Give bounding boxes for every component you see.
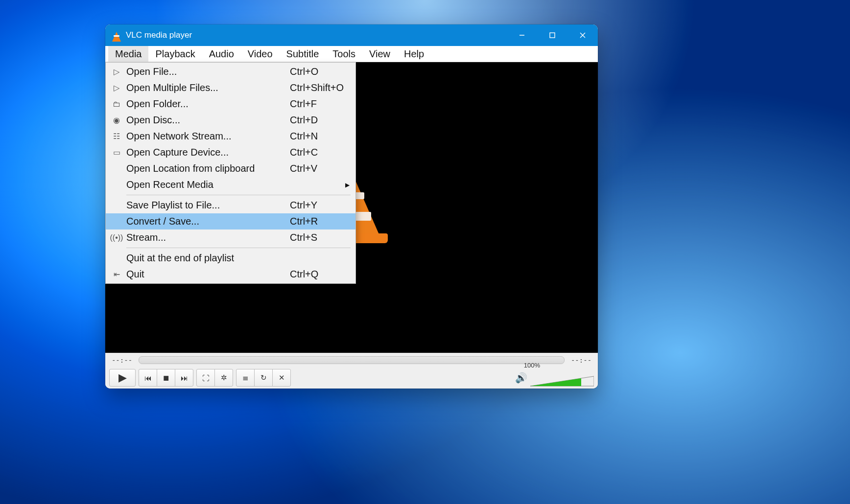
stop-button[interactable]: ◼ xyxy=(157,369,175,387)
stream-icon: ((•)) xyxy=(110,233,123,242)
menu-item[interactable]: Quit at the end of playlist xyxy=(106,250,355,266)
menu-audio[interactable]: Audio xyxy=(202,46,241,62)
next-button[interactable]: ⏭ xyxy=(175,369,193,387)
menu-item-label: Open Disc... xyxy=(123,115,280,126)
menu-item[interactable]: Open Recent Media▶ xyxy=(106,177,355,193)
menu-item-shortcut: Ctrl+Shift+O xyxy=(280,82,349,93)
playlist-group: ≣ ↻ ✕ xyxy=(236,369,291,387)
menu-item-shortcut: Ctrl+F xyxy=(280,98,349,110)
titlebar[interactable]: VLC media player xyxy=(105,24,598,46)
minimize-icon xyxy=(519,32,525,39)
close-icon xyxy=(579,32,586,39)
menu-item-label: Open Capture Device... xyxy=(123,147,280,158)
menu-item-label: Open File... xyxy=(123,66,280,77)
media-dropdown: ▷Open File...Ctrl+O▷Open Multiple Files.… xyxy=(105,62,356,284)
menu-item-shortcut: Ctrl+D xyxy=(280,115,349,126)
menu-view[interactable]: View xyxy=(362,46,397,62)
menu-playback[interactable]: Playback xyxy=(148,46,202,62)
capture-icon: ▭ xyxy=(110,148,123,157)
menu-item-label: Open Network Stream... xyxy=(123,131,280,142)
menu-item[interactable]: Open Location from clipboardCtrl+V xyxy=(106,160,355,177)
transport-group: ⏮ ◼ ⏭ xyxy=(139,369,193,387)
menu-item[interactable]: Save Playlist to File...Ctrl+Y xyxy=(106,197,355,213)
menu-item-shortcut: Ctrl+S xyxy=(280,232,349,243)
menu-item[interactable]: Convert / Save...Ctrl+R xyxy=(106,213,355,229)
control-bar: --:-- --:-- ▶ ⏮ ◼ ⏭ ⛶ ✲ ≣ ↻ ✕ 🔊 100% xyxy=(105,353,598,389)
play-button[interactable]: ▶ xyxy=(109,369,136,387)
elapsed-time[interactable]: --:-- xyxy=(109,356,135,364)
previous-button[interactable]: ⏮ xyxy=(139,369,157,387)
menu-item[interactable]: 🗀Open Folder...Ctrl+F xyxy=(106,96,355,112)
menu-item[interactable]: ◉Open Disc...Ctrl+D xyxy=(106,112,355,128)
menu-item-label: Convert / Save... xyxy=(123,216,280,227)
menu-subtitle[interactable]: Subtitle xyxy=(280,46,326,62)
view-group: ⛶ ✲ xyxy=(196,369,233,387)
playlist-button[interactable]: ≣ xyxy=(236,369,255,387)
vlc-window: VLC media player Media Playback Audio Vi… xyxy=(105,24,598,389)
menu-item[interactable]: ▭Open Capture Device...Ctrl+C xyxy=(106,144,355,160)
menu-item[interactable]: ☷Open Network Stream...Ctrl+N xyxy=(106,128,355,144)
menu-tools[interactable]: Tools xyxy=(326,46,362,62)
ext-settings-button[interactable]: ✲ xyxy=(214,369,233,387)
menu-item-label: Quit at the end of playlist xyxy=(123,252,280,264)
disc-icon: ◉ xyxy=(110,115,123,125)
fullscreen-button[interactable]: ⛶ xyxy=(196,369,215,387)
menu-item-shortcut: Ctrl+V xyxy=(280,163,349,174)
menu-item[interactable]: ⇤QuitCtrl+Q xyxy=(106,266,355,282)
menu-item[interactable]: ▷Open File...Ctrl+O xyxy=(106,64,355,80)
volume-percent-label: 100% xyxy=(524,362,540,369)
maximize-button[interactable] xyxy=(537,24,567,46)
menu-help[interactable]: Help xyxy=(397,46,431,62)
network-icon: ☷ xyxy=(110,132,123,141)
menu-media[interactable]: Media xyxy=(108,46,148,62)
submenu-arrow-icon: ▶ xyxy=(345,182,350,188)
folder-icon: 🗀 xyxy=(110,100,123,109)
close-button[interactable] xyxy=(567,24,598,46)
menu-item-shortcut: Ctrl+N xyxy=(280,131,349,142)
menu-item-label: Open Multiple Files... xyxy=(123,82,280,93)
window-title: VLC media player xyxy=(126,30,192,40)
menu-item-shortcut: Ctrl+O xyxy=(280,66,349,77)
menu-item-label: Open Folder... xyxy=(123,98,280,110)
menu-item[interactable]: ((•))Stream...Ctrl+S xyxy=(106,229,355,246)
menu-item[interactable]: ▷Open Multiple Files...Ctrl+Shift+O xyxy=(106,80,355,96)
maximize-icon xyxy=(549,32,556,39)
loop-button[interactable]: ↻ xyxy=(254,369,273,387)
shuffle-button[interactable]: ✕ xyxy=(272,369,291,387)
menubar: Media Playback Audio Video Subtitle Tool… xyxy=(105,46,598,62)
menu-item-label: Quit xyxy=(123,269,280,280)
seek-slider[interactable] xyxy=(139,356,565,364)
menu-item-shortcut: Ctrl+Q xyxy=(280,269,349,280)
minimize-button[interactable] xyxy=(507,24,537,46)
app-icon xyxy=(110,29,123,42)
menu-item-label: Stream... xyxy=(123,232,280,243)
menu-item-label: Open Location from clipboard xyxy=(123,163,280,174)
file-play-icon: ▷ xyxy=(110,83,123,92)
total-time[interactable]: --:-- xyxy=(568,356,594,364)
volume-control: 🔊 100% xyxy=(515,368,594,387)
file-play-icon: ▷ xyxy=(110,67,123,76)
menu-item-label: Save Playlist to File... xyxy=(123,200,280,211)
menu-item-shortcut: Ctrl+C xyxy=(280,147,349,158)
volume-slider[interactable] xyxy=(530,375,594,387)
quit-icon: ⇤ xyxy=(110,270,123,279)
menu-item-shortcut: Ctrl+Y xyxy=(280,200,349,211)
menu-video[interactable]: Video xyxy=(241,46,280,62)
menu-item-label: Open Recent Media xyxy=(123,179,280,190)
svg-rect-1 xyxy=(550,33,555,38)
menu-item-shortcut: Ctrl+R xyxy=(280,216,349,227)
speaker-icon[interactable]: 🔊 xyxy=(515,372,527,384)
